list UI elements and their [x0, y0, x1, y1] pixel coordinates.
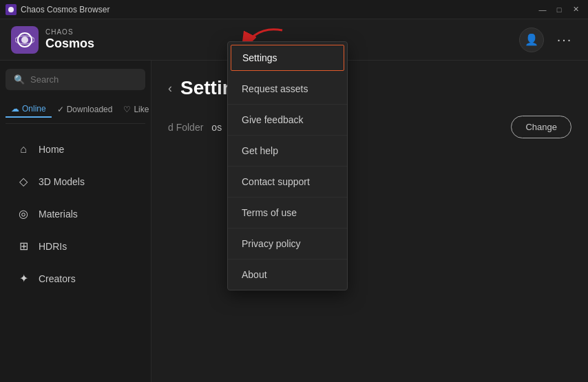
dropdown-item-settings[interactable]: Settings — [231, 45, 344, 71]
dropdown-item-terms-of-use[interactable]: Terms of use — [228, 198, 347, 229]
materials-icon: ◎ — [17, 207, 30, 220]
logo-icon — [11, 26, 39, 54]
sidebar: 🔍 ☁ Online ✓ Downloaded ♡ Like — [0, 61, 151, 382]
nav-item-home-label: Home — [39, 144, 64, 155]
nav-item-3d-models[interactable]: ◇ 3D Models — [6, 167, 145, 196]
change-button[interactable]: Change — [511, 116, 571, 138]
title-bar-text: Chaos Cosmos Browser — [21, 5, 536, 14]
tab-row: ☁ Online ✓ Downloaded ♡ Like — [6, 101, 145, 124]
tab-online-label: Online — [22, 104, 46, 114]
app-container: chaos Cosmos 👤 ··· Settings Requ — [0, 19, 588, 382]
search-icon: 🔍 — [14, 74, 25, 85]
folder-label: d Folder — [168, 122, 203, 133]
tab-downloaded-label: Downloaded — [67, 105, 113, 114]
logo-area: chaos Cosmos — [11, 26, 94, 54]
dropdown-item-about[interactable]: About — [228, 259, 347, 290]
close-button[interactable]: ✕ — [569, 3, 582, 17]
creators-icon: ✦ — [17, 272, 30, 285]
home-icon: ⌂ — [17, 143, 30, 156]
svg-point-1 — [8, 7, 14, 12]
downloaded-icon: ✓ — [57, 105, 64, 114]
profile-button[interactable]: 👤 — [519, 28, 544, 52]
search-bar[interactable]: 🔍 — [6, 69, 145, 90]
hdris-icon: ⊞ — [17, 240, 30, 253]
nav-item-materials[interactable]: ◎ Materials — [6, 199, 145, 229]
dropdown-item-contact-support[interactable]: Contact support — [228, 167, 347, 198]
tab-online[interactable]: ☁ Online — [6, 101, 52, 118]
logo-cosmos-label: Cosmos — [45, 36, 94, 52]
3d-models-icon: ◇ — [17, 175, 30, 188]
nav-item-hdris[interactable]: ⊞ HDRIs — [6, 231, 145, 261]
nav-item-hdris-label: HDRIs — [39, 241, 67, 252]
dropdown-item-privacy-policy[interactable]: Privacy policy — [228, 229, 347, 259]
logo-chaos-label: chaos — [45, 28, 94, 36]
nav-item-home[interactable]: ⌂ Home — [6, 135, 145, 164]
dropdown-item-request-assets[interactable]: Request assets — [228, 74, 347, 105]
tab-liked-label: Like — [134, 105, 149, 114]
back-button[interactable]: ‹ — [168, 81, 172, 96]
main-content: ‹ Settings d Folder os Change — [151, 61, 588, 382]
minimize-button[interactable]: — — [536, 3, 549, 17]
online-icon: ☁ — [11, 104, 19, 114]
logo-text: chaos Cosmos — [45, 28, 94, 52]
maximize-button[interactable]: □ — [552, 3, 566, 17]
nav-item-3d-models-label: 3D Models — [39, 176, 85, 187]
tab-liked[interactable]: ♡ Like — [118, 101, 154, 118]
tab-downloaded[interactable]: ✓ Downloaded — [52, 101, 118, 118]
window-controls: — □ ✕ — [536, 3, 582, 17]
dots-icon: ··· — [557, 32, 573, 47]
dropdown-item-give-feedback[interactable]: Give feedback — [228, 105, 347, 136]
svg-point-3 — [21, 36, 28, 43]
liked-icon: ♡ — [123, 105, 131, 114]
dropdown-item-get-help[interactable]: Get help — [228, 136, 347, 167]
folder-value: os — [211, 122, 222, 133]
nav-item-materials-label: Materials — [39, 209, 78, 220]
nav-item-creators[interactable]: ✦ Creators — [6, 264, 145, 293]
nav-items: ⌂ Home ◇ 3D Models ◎ Materials ⊞ HDRIs ✦ — [6, 135, 145, 374]
dropdown-menu: Settings Request assets Give feedback Ge… — [227, 41, 348, 290]
app-icon — [6, 4, 17, 15]
title-bar: Chaos Cosmos Browser — □ ✕ — [0, 0, 588, 19]
search-input[interactable] — [30, 74, 146, 85]
more-options-button[interactable]: ··· — [552, 28, 577, 52]
profile-icon: 👤 — [525, 33, 538, 46]
nav-item-creators-label: Creators — [39, 273, 76, 284]
